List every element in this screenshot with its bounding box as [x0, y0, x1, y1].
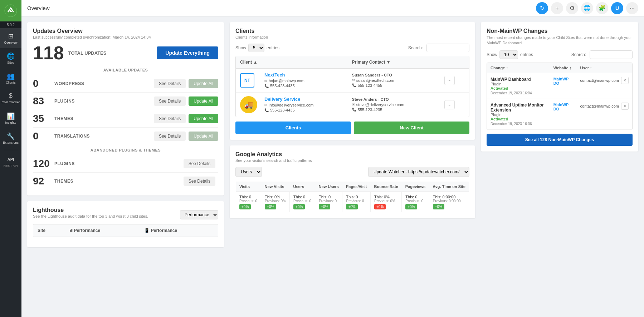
phone-icon: 📞	[264, 84, 269, 88]
sidebar-item-overview[interactable]: ⊞ Overview	[0, 28, 21, 48]
themes-type: THEMES	[54, 116, 154, 121]
wordpress-update-all-button[interactable]: Update All	[189, 79, 218, 88]
delivery-more-button[interactable]: ···	[444, 100, 455, 109]
table-row: MainWP Dashboard Plugin Activated Decemb…	[487, 73, 632, 99]
clients-footer: Clients New Client	[235, 122, 469, 134]
themes-update-all-button[interactable]: Update All	[189, 114, 218, 123]
email-icon: ✉	[264, 79, 267, 83]
nexttech-logo: NT	[240, 73, 257, 88]
plugins-see-details-button[interactable]: See Details	[154, 96, 186, 106]
wordpress-count: 0	[33, 78, 54, 89]
col-client: Client ▲	[236, 56, 348, 69]
avatar-button[interactable]: U	[611, 2, 623, 14]
translations-type: TRANSLATIONS	[54, 134, 154, 139]
change-1-remove-button[interactable]: ×	[621, 77, 629, 84]
updates-subtitle: Last successfully completed synchronizat…	[33, 35, 218, 39]
change-2-website-cell: MainWP DO	[550, 99, 577, 129]
delivery-name-link[interactable]: Delivery Service	[264, 96, 343, 102]
sidebar-item-sites[interactable]: 🌐 Sites	[0, 48, 21, 68]
nexttech-name-link[interactable]: NextTech	[264, 72, 343, 78]
analytics-users-select[interactable]: Users	[235, 167, 262, 177]
abandoned-plugins-see-details-button[interactable]: See Details	[184, 159, 215, 168]
nexttech-more-button[interactable]: ···	[444, 76, 455, 85]
app-version: 5.0.2	[0, 21, 21, 28]
wordpress-see-details-button[interactable]: See Details	[154, 79, 186, 88]
clients-show-select[interactable]: 5	[248, 44, 264, 52]
analytics-site-select[interactable]: Update Watcher - https://updatewatcher.c…	[368, 167, 469, 177]
clients-button[interactable]: Clients	[235, 122, 351, 134]
change-2-user: contact@mainwp.com	[580, 104, 619, 108]
clients-search-input[interactable]	[426, 44, 469, 52]
changes-table: Change ↕ Website ↕ User ↕ MainWP Dashboa…	[487, 63, 632, 130]
change-1-type: Plugin	[491, 82, 546, 86]
globe-button[interactable]: 🌐	[581, 2, 593, 14]
abandoned-themes-see-details-button[interactable]: See Details	[184, 177, 215, 186]
update-everything-button[interactable]: Update Everything	[157, 46, 218, 59]
analytics-table-wrapper: Visits New Visits Users New Users Pages/…	[235, 181, 469, 213]
col-user: User ↕	[577, 63, 632, 73]
col-visits: Visits	[236, 182, 261, 192]
lighthouse-col-mobile: 📱 Performance	[140, 224, 218, 237]
bounce-rate-badge: +0%	[374, 204, 386, 209]
sidebar-item-cost-tracker[interactable]: $ Cost Tracker	[0, 88, 21, 108]
email-icon-2: ✉	[352, 78, 355, 82]
wordpress-type: WORDPRESS	[54, 81, 154, 86]
available-updates-heading: AVAILABLE UPDATES	[33, 68, 218, 72]
abandoned-heading: ABANDONED PLUGINS & THEMES	[33, 148, 218, 152]
users-prev: Previous: 0	[293, 199, 311, 203]
changes-table-wrapper: Change ↕ Website ↕ User ↕ MainWP Dashboa…	[487, 63, 633, 130]
api-label: API	[8, 156, 14, 163]
main-area: Overview ↻ + ⚙ 🌐 🧩 U ··· Updates Overvie…	[21, 0, 644, 317]
more-button[interactable]: ···	[626, 2, 638, 14]
translations-see-details-button[interactable]: See Details	[154, 132, 186, 141]
translations-update-row: 0 TRANSLATIONS See Details Update All	[33, 128, 218, 145]
col-pageviews: Pageviews	[402, 182, 429, 192]
sidebar-item-extensions[interactable]: 🔧 Extensions	[0, 128, 21, 148]
extension-button[interactable]: 🧩	[596, 2, 608, 14]
plugins-update-all-button[interactable]: Update All	[189, 96, 218, 106]
translations-update-all-button[interactable]: Update All	[189, 132, 218, 141]
app-logo[interactable]	[0, 0, 21, 21]
delivery-contact-name: Steve Anders - CTO	[352, 97, 436, 101]
changes-show-select[interactable]: 10	[499, 50, 518, 59]
change-2-website[interactable]: MainWP DO	[553, 103, 569, 111]
new-visits-badge: +0%	[265, 204, 276, 209]
sidebar-item-clients[interactable]: 👥 Clients	[0, 68, 21, 88]
clients-title: Clients	[235, 28, 469, 34]
avg-time-prev: Previous: 0:00:00	[433, 199, 465, 203]
changes-search-input[interactable]	[590, 50, 633, 59]
lighthouse-table-wrapper: Site 🖥 Performance 📱 Performance	[33, 224, 218, 237]
sidebar-item-api[interactable]: API REST API	[0, 152, 21, 172]
lighthouse-col-site: Site	[33, 224, 64, 237]
sidebar-label-clients: Clients	[6, 81, 16, 85]
see-all-changes-button[interactable]: See all 128 Non-MainWP Changes	[487, 134, 633, 146]
delivery-contact-email-row: ✉ steve@deliveryservice.com	[352, 103, 436, 107]
new-visits-prev: Previous: 0%	[265, 199, 286, 203]
refresh-button[interactable]: ↻	[536, 2, 548, 14]
extensions-icon: 🔧	[7, 132, 15, 140]
lighthouse-metric-select[interactable]: Performance	[180, 210, 218, 219]
nexttech-actions-cell: ···	[440, 69, 469, 93]
delivery-logo-cell: 🚚	[236, 93, 260, 117]
change-2-title: Advanced Uptime Monitor Extension	[491, 103, 546, 113]
updates-overview-card: Updates Overview Last successfully compl…	[27, 22, 224, 195]
new-users-prev: Previous: 0	[319, 199, 338, 203]
change-1-website[interactable]: MainWP DO	[553, 77, 569, 85]
visits-prev: Previous: 0	[239, 199, 257, 203]
add-button[interactable]: +	[551, 2, 563, 14]
settings-button[interactable]: ⚙	[566, 2, 578, 14]
users-badge: +0%	[293, 204, 305, 209]
new-visits-this: This: 0%	[265, 195, 286, 199]
col-actions	[440, 56, 469, 69]
new-client-button[interactable]: New Client	[354, 122, 469, 134]
change-2-cell: Advanced Uptime Monitor Extension Plugin…	[487, 99, 550, 129]
themes-update-row: 35 THEMES See Details Update All	[33, 110, 218, 128]
right-column: Non-MainWP Changes The most recent chang…	[481, 22, 638, 152]
nexttech-icon: NT	[240, 73, 254, 88]
change-2-remove-button[interactable]: ×	[621, 103, 629, 110]
themes-see-details-button[interactable]: See Details	[154, 114, 186, 123]
abandoned-plugins-type: PLUGINS	[54, 161, 184, 166]
delivery-email: info@deliveryservice.com	[269, 103, 314, 107]
sidebar-item-insights[interactable]: 📊 Insights	[0, 108, 21, 128]
lighthouse-card: Lighthouse See the Lighthouse audit data…	[27, 201, 224, 247]
